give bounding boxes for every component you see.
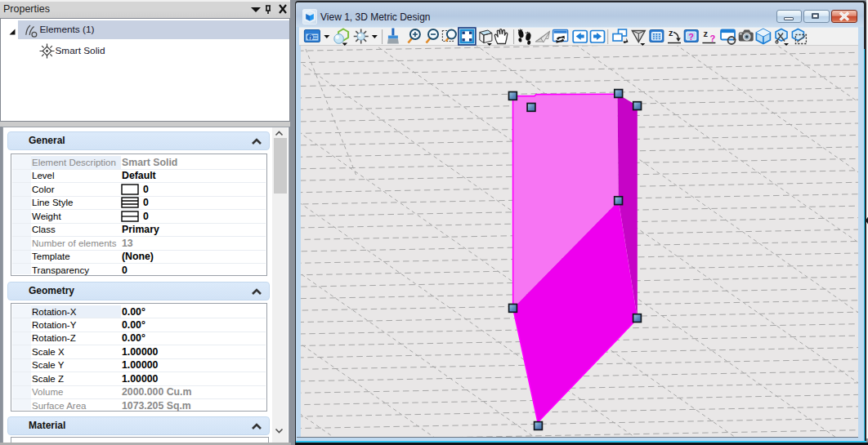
svg-text:z: z [669,28,673,38]
svg-text:i: i [309,34,311,42]
svg-text:?: ? [688,32,694,42]
svg-text:?: ? [709,33,715,43]
svg-text:z: z [703,29,708,38]
